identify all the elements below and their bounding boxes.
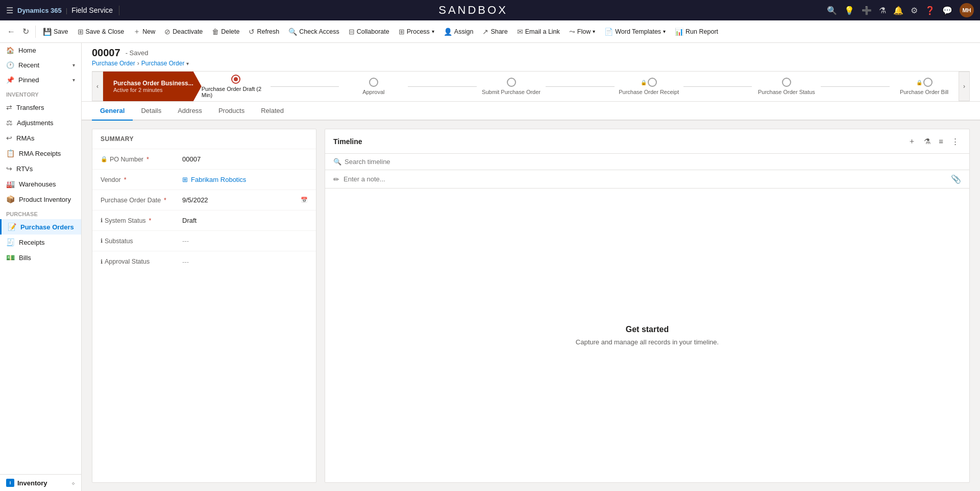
attach-icon[interactable]: 📎 — [951, 174, 961, 184]
check-access-button[interactable]: 🔍 Check Access — [284, 26, 344, 38]
process-step-label-submit: Submit Purchase Order — [482, 89, 541, 95]
approval-status-value: --- — [182, 258, 308, 266]
bell-icon[interactable]: 🔔 — [893, 6, 903, 15]
process-icon: ⊞ — [399, 28, 405, 36]
process-step-bill[interactable]: 🔒 Purchase Order Bill — [890, 78, 959, 95]
user-avatar[interactable]: MH — [960, 3, 974, 17]
sidebar-item-rtvs[interactable]: ↪ RTVs — [0, 161, 81, 176]
sidebar-item-purchase-orders[interactable]: 📝 Purchase Orders — [0, 219, 81, 235]
sidebar-item-pinned[interactable]: 📌 Pinned ▾ — [0, 73, 81, 87]
timeline-empty-state: Get started Capture and manage all recor… — [325, 189, 969, 482]
content-area: 00007 - Saved Purchase Order › Purchase … — [82, 43, 980, 491]
breadcrumb: Purchase Order › Purchase Order ▾ — [92, 60, 970, 67]
po-number-value: 00007 — [182, 155, 308, 163]
bills-icon: 💵 — [6, 253, 15, 262]
process-dropdown-icon[interactable]: ▾ — [432, 29, 434, 34]
refresh-button[interactable]: ↺ Refresh — [244, 26, 283, 38]
chat-icon[interactable]: 💬 — [942, 6, 952, 15]
process-step-status[interactable]: Purchase Order Status — [752, 78, 821, 95]
dynamics-label[interactable]: Dynamics 365 — [17, 7, 62, 14]
process-step-approval[interactable]: Approval — [339, 78, 408, 95]
receipts-label: Receipts — [19, 239, 45, 246]
tab-products[interactable]: Products — [210, 102, 253, 121]
sidebar-item-rma-receipts[interactable]: 📋 RMA Receipts — [0, 146, 81, 161]
flow-button[interactable]: ⤳ Flow ▾ — [565, 26, 599, 38]
breadcrumb-dropdown-icon[interactable]: ▾ — [186, 61, 189, 66]
sidebar-item-receipts[interactable]: 🧾 Receipts — [0, 235, 81, 250]
sidebar-item-product-inventory[interactable]: 📦 Product Inventory — [0, 192, 81, 207]
timeline-search-input[interactable] — [345, 158, 961, 166]
calendar-icon[interactable]: 📅 — [301, 197, 308, 203]
inventory-section-header: Inventory — [0, 87, 81, 100]
process-button[interactable]: ⊞ Process ▾ — [395, 26, 438, 38]
question-icon[interactable]: ❓ — [925, 6, 935, 15]
delete-button[interactable]: 🗑 Delete — [208, 26, 243, 38]
email-link-button[interactable]: ✉ Email a Link — [513, 26, 564, 38]
breadcrumb-item-2[interactable]: Purchase Order — [141, 60, 185, 67]
assign-button[interactable]: 👤 Assign — [439, 26, 478, 38]
adjustments-icon: ⚖ — [6, 119, 13, 127]
process-line-3 — [546, 86, 615, 87]
save-close-button[interactable]: ⊞ Save & Close — [74, 26, 129, 38]
pencil-icon: ✏ — [333, 175, 339, 183]
word-templates-dropdown-icon[interactable]: ▾ — [663, 29, 666, 34]
tab-general[interactable]: General — [92, 102, 133, 121]
sidebar-bottom-inventory[interactable]: I Inventory ⬦ — [0, 474, 81, 491]
forward-button[interactable]: ↻ — [19, 25, 32, 38]
timeline-note-input[interactable] — [344, 175, 947, 183]
add-icon[interactable]: ➕ — [862, 6, 872, 15]
run-report-button[interactable]: 📊 Run Report — [671, 26, 722, 38]
sidebar-item-recent[interactable]: 🕐 Recent ▾ — [0, 58, 81, 73]
new-button[interactable]: ＋ New — [129, 25, 159, 38]
word-templates-button[interactable]: 📄 Word Templates ▾ — [600, 26, 670, 38]
breadcrumb-separator: › — [137, 60, 139, 67]
sidebar-item-bills[interactable]: 💵 Bills — [0, 250, 81, 265]
process-step-active[interactable]: Purchase Order Business... Active for 2 … — [103, 72, 202, 101]
process-step-draft[interactable]: Purchase Order Draft (2 Min) — [202, 75, 271, 98]
breadcrumb-item-1[interactable]: Purchase Order — [92, 60, 135, 67]
timeline-add-button[interactable]: ＋ — [906, 135, 918, 147]
hamburger-icon[interactable]: ☰ — [6, 6, 13, 15]
date-required-star: * — [164, 197, 166, 204]
vendor-value[interactable]: ⊞ Fabrikam Robotics — [182, 176, 308, 183]
deactivate-button[interactable]: ⊘ Deactivate — [160, 26, 207, 38]
filter-icon[interactable]: ⚗ — [879, 6, 886, 15]
save-button[interactable]: 💾 Save — [39, 26, 72, 38]
share-button[interactable]: ↗ Share — [478, 26, 511, 38]
process-step-submit[interactable]: Submit Purchase Order — [477, 78, 546, 95]
help-icon[interactable]: 💡 — [844, 6, 854, 15]
rmas-icon: ↩ — [6, 134, 12, 142]
back-button[interactable]: ← — [4, 25, 18, 38]
timeline-more-button[interactable]: ⋮ — [949, 136, 961, 147]
sidebar-item-warehouses[interactable]: 🏭 Warehouses — [0, 176, 81, 192]
settings-icon[interactable]: ⚙ — [911, 6, 918, 15]
search-icon[interactable]: 🔍 — [827, 6, 837, 15]
process-chevron-right[interactable]: › — [959, 72, 970, 101]
sidebar-item-rmas[interactable]: ↩ RMAs — [0, 130, 81, 146]
flow-dropdown-icon[interactable]: ▾ — [593, 29, 595, 34]
process-bar: ‹ Purchase Order Business... Active for … — [92, 71, 970, 101]
product-inventory-label: Product Inventory — [19, 196, 71, 203]
sidebar-item-adjustments[interactable]: ⚖ Adjustments — [0, 115, 81, 130]
timeline-card: Timeline ＋ ⚗ ≡ ⋮ 🔍 ✏ 📎 — [325, 129, 970, 483]
recent-chevron-icon: ▾ — [72, 62, 75, 68]
deactivate-icon: ⊘ — [164, 28, 170, 36]
check-access-icon: 🔍 — [288, 28, 297, 36]
timeline-list-button[interactable]: ≡ — [937, 136, 945, 147]
sidebar-item-home[interactable]: 🏠 Home — [0, 43, 81, 58]
brand-area: ☰ Dynamics 365 | Field Service — [6, 6, 119, 15]
po-date-value: 9/5/2022 — [182, 196, 301, 204]
tab-address[interactable]: Address — [169, 102, 210, 121]
timeline-filter-button[interactable]: ⚗ — [922, 136, 933, 147]
sidebar-bottom-chevron-icon[interactable]: ⬦ — [71, 479, 75, 486]
collaborate-button[interactable]: ⊟ Collaborate — [345, 26, 394, 38]
timeline-empty-title: Get started — [626, 325, 669, 334]
refresh-icon: ↺ — [249, 28, 255, 36]
tab-related[interactable]: Related — [253, 102, 292, 121]
bill-lock-icon: 🔒 — [916, 80, 922, 85]
main-layout: 🏠 Home 🕐 Recent ▾ 📌 Pinned ▾ Inventory ⇄… — [0, 43, 980, 491]
tab-details[interactable]: Details — [133, 102, 169, 121]
process-step-receipt[interactable]: 🔒 Purchase Order Receipt — [615, 78, 683, 95]
process-chevron-left[interactable]: ‹ — [92, 72, 103, 101]
sidebar-item-transfers[interactable]: ⇄ Transfers — [0, 100, 81, 115]
